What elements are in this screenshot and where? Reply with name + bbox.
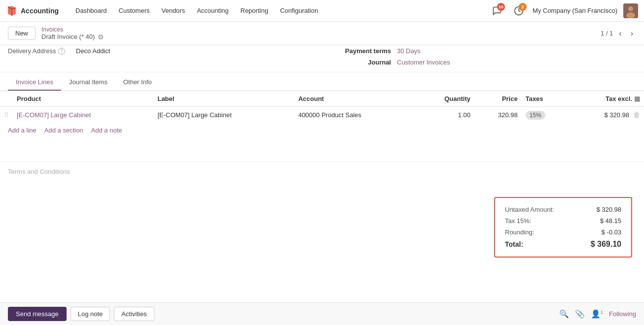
columns-settings-icon[interactable]: ▦ xyxy=(634,95,640,102)
app-logo[interactable]: Accounting xyxy=(6,5,67,17)
delivery-address-value[interactable]: Deco Addict xyxy=(76,47,110,55)
table-row: ⠿ [E-COM07] Large Cabinet [E-COM07] Larg… xyxy=(0,107,644,123)
delivery-address-label: Delivery Address ? xyxy=(8,47,72,55)
row-quantity[interactable]: 1.00 xyxy=(458,111,470,119)
journal-value[interactable]: Customer Invoices xyxy=(397,59,450,66)
total-value: $ 369.10 xyxy=(582,240,621,249)
delivery-address-row: Delivery Address ? Deco Addict xyxy=(8,47,312,55)
journal-row: Journal Customer Invoices xyxy=(332,59,636,66)
row-price[interactable]: 320.98 xyxy=(498,111,518,119)
nav-right: 10 2 My Company (San Francisco) xyxy=(489,3,638,19)
tab-other-info[interactable]: Other Info xyxy=(115,74,160,91)
tabs-bar: Invoice Lines Journal Items Other Info xyxy=(0,74,644,91)
col-tax-excl: Tax excl. ▦ xyxy=(569,91,644,106)
nav-reporting[interactable]: Reporting xyxy=(236,5,273,16)
nav-customers[interactable]: Customers xyxy=(114,5,155,16)
activities-button[interactable]: Activities xyxy=(114,307,154,321)
tab-invoice-lines[interactable]: Invoice Lines xyxy=(8,74,61,91)
pagination: 1 / 1 ‹ › xyxy=(601,28,636,39)
settings-icon[interactable]: ⚙ xyxy=(98,33,104,41)
left-col: Delivery Address ? Deco Addict xyxy=(8,47,312,66)
log-note-button[interactable]: Log note xyxy=(71,307,110,321)
follower-count: 1 xyxy=(601,310,603,315)
bottom-bar: Send message Log note Activities 🔍 📎 👤1 … xyxy=(0,302,644,325)
avatar[interactable] xyxy=(623,3,638,18)
add-line-row: Add a line Add a section Add a note xyxy=(0,123,644,138)
notifications-badge: 10 xyxy=(497,3,505,11)
new-button[interactable]: New xyxy=(8,27,36,40)
total-row: Total: $ 369.10 xyxy=(505,240,621,249)
action-bar: New Invoices Draft Invoice (* 40) ⚙ 1 / … xyxy=(0,22,644,45)
row-account[interactable]: 400000 Product Sales xyxy=(298,111,361,119)
tax-row: Tax 15%: $ 48.15 xyxy=(505,217,621,225)
nav-links: Dashboard Customers Vendors Accounting R… xyxy=(71,5,489,16)
nav-dashboard[interactable]: Dashboard xyxy=(71,5,112,16)
col-taxes: Taxes xyxy=(522,91,569,107)
add-note-link[interactable]: Add a note xyxy=(91,127,122,134)
rounding-row: Rounding: $ -0.03 xyxy=(505,228,621,236)
notifications-button[interactable]: 10 xyxy=(489,3,505,19)
right-col: Payment terms 30 Days Journal Customer I… xyxy=(312,47,636,66)
tab-journal-items[interactable]: Journal Items xyxy=(61,74,115,91)
total-label: Total: xyxy=(505,240,523,248)
svg-point-2 xyxy=(628,6,633,11)
pagination-text: 1 / 1 xyxy=(601,30,613,37)
breadcrumb-parent[interactable]: Invoices xyxy=(41,26,104,33)
nav-vendors[interactable]: Vendors xyxy=(156,5,190,16)
search-icon[interactable]: 🔍 xyxy=(559,309,569,319)
untaxed-value: $ 320.98 xyxy=(582,206,621,213)
col-product: Product xyxy=(13,91,153,107)
attachment-icon[interactable]: 📎 xyxy=(575,309,585,319)
payment-terms-row: Payment terms 30 Days xyxy=(332,47,636,55)
tax-badge[interactable]: 15% xyxy=(526,111,545,120)
rounding-value: $ -0.03 xyxy=(582,228,621,236)
header-fields: Delivery Address ? Deco Addict Payment t… xyxy=(0,45,644,72)
clock-button[interactable]: 2 xyxy=(511,3,527,19)
row-label[interactable]: [E-COM07] Large Cabinet xyxy=(157,111,231,119)
delete-row-icon[interactable]: 🗑 xyxy=(633,111,640,119)
nav-accounting[interactable]: Accounting xyxy=(192,5,233,16)
top-navigation: Accounting Dashboard Customers Vendors A… xyxy=(0,0,644,22)
drag-handle-icon[interactable]: ⠿ xyxy=(4,111,9,119)
next-button[interactable]: › xyxy=(628,28,636,39)
follower-icon[interactable]: 👤1 xyxy=(591,309,603,319)
invoice-table: Product Label Account Quantity Price Tax… xyxy=(0,91,644,123)
payment-terms-value[interactable]: 30 Days xyxy=(397,47,421,55)
col-account: Account xyxy=(294,91,416,107)
nav-configuration[interactable]: Configuration xyxy=(275,5,323,16)
col-quantity: Quantity xyxy=(416,91,474,107)
col-label: Label xyxy=(153,91,294,107)
untaxed-label: Untaxed Amount: xyxy=(505,206,554,213)
add-section-link[interactable]: Add a section xyxy=(44,127,83,134)
tax-value: $ 48.15 xyxy=(582,217,621,225)
terms-placeholder: Terms and Conditions xyxy=(8,168,70,175)
journal-label: Journal xyxy=(332,59,391,66)
main-content: Delivery Address ? Deco Addict Payment t… xyxy=(0,45,644,302)
add-line-link[interactable]: Add a line xyxy=(8,127,36,134)
svg-point-3 xyxy=(626,12,635,18)
summary-box: Untaxed Amount: $ 320.98 Tax 15%: $ 48.1… xyxy=(494,197,632,258)
col-price: Price xyxy=(474,91,522,107)
prev-button[interactable]: ‹ xyxy=(616,28,624,39)
bottom-right: 🔍 📎 👤1 Following xyxy=(559,309,636,319)
rounding-label: Rounding: xyxy=(505,228,534,236)
following-button[interactable]: Following xyxy=(609,310,636,318)
clock-badge: 2 xyxy=(519,3,527,11)
breadcrumb: Invoices Draft Invoice (* 40) ⚙ xyxy=(41,26,104,41)
company-name[interactable]: My Company (San Francisco) xyxy=(533,7,617,14)
app-name: Accounting xyxy=(21,7,59,15)
payment-terms-label: Payment terms xyxy=(332,47,391,55)
tax-label: Tax 15%: xyxy=(505,217,531,225)
row-tax-excl: $ 320.98 xyxy=(604,111,629,119)
send-message-button[interactable]: Send message xyxy=(8,307,67,321)
product-link[interactable]: [E-COM07] Large Cabinet xyxy=(17,111,91,119)
summary-area: Untaxed Amount: $ 320.98 Tax 15%: $ 48.1… xyxy=(0,191,644,269)
terms-section[interactable]: Terms and Conditions xyxy=(0,162,644,191)
help-icon[interactable]: ? xyxy=(58,48,65,55)
breadcrumb-current: Draft Invoice (* 40) xyxy=(41,33,95,40)
untaxed-row: Untaxed Amount: $ 320.98 xyxy=(505,206,621,213)
